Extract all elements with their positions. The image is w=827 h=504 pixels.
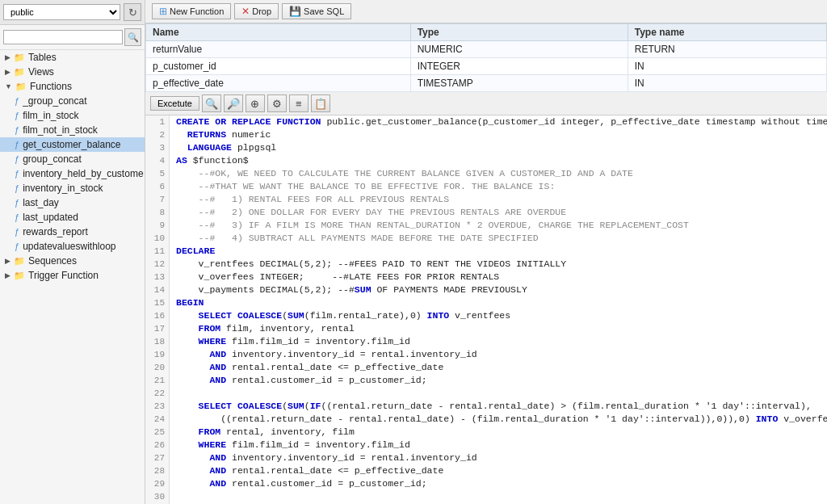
param-name: p_customer_id — [146, 58, 411, 75]
col-type-name: Type name — [628, 24, 826, 41]
col-name: Name — [146, 24, 411, 41]
line-content: v_payments DECIMAL(5,2); --#SUM OF PAYME… — [170, 284, 527, 296]
sidebar-item-group_concat[interactable]: ƒgroup_concat — [0, 152, 145, 166]
line-content: LANGUAGE plpgsql — [170, 141, 276, 154]
param-type-name: IN — [628, 58, 826, 75]
sidebar-item-_group_concat[interactable]: ƒ_group_concat — [0, 94, 145, 108]
sidebar-item-rewards_report[interactable]: ƒrewards_report — [0, 225, 145, 239]
line-content: FROM film, inventory, rental — [170, 322, 355, 335]
save-sql-button[interactable]: 💾 Save SQL — [282, 3, 351, 19]
line-number: 28 — [145, 464, 170, 477]
line-content: v_overfees INTEGER; --#LATE FEES FOR PRI… — [170, 271, 499, 284]
code-line: 4AS $function$ — [145, 154, 827, 167]
sidebar-item-last_day[interactable]: ƒlast_day — [0, 195, 145, 210]
code-line: 20 AND rental.rental_date <= p_effective… — [145, 361, 827, 374]
line-content: AND rental.rental_date <= p_effective_da… — [170, 464, 443, 477]
line-content: AND rental.customer_id = p_customer_id; — [170, 374, 427, 387]
line-number: 13 — [145, 271, 170, 284]
table-row: returnValue NUMERIC RETURN — [146, 41, 827, 58]
execute-button[interactable]: Excetute — [150, 96, 199, 111]
line-number: 7 — [145, 193, 170, 206]
sidebar-item-trigger_function[interactable]: ▶ 📁Trigger Function — [0, 268, 145, 283]
sidebar-item-inventory_in_stock[interactable]: ƒinventory_in_stock — [0, 181, 145, 195]
code-line: 29 AND rental.customer_id = p_customer_i… — [145, 477, 827, 490]
function-icon: ƒ — [15, 125, 19, 135]
format-button[interactable]: ⚙ — [267, 94, 287, 112]
code-line: 11DECLARE — [145, 245, 827, 258]
code-line: 25 FROM rental, inventory, film — [145, 426, 827, 439]
line-number: 18 — [145, 335, 170, 348]
line-number: 23 — [145, 400, 170, 413]
expand-arrow: ▶ — [5, 68, 10, 76]
settings-button[interactable]: ≡ — [289, 94, 309, 112]
folder-icon: 📁 — [14, 256, 25, 267]
line-content: AND rental.rental_date <= p_effective_da… — [170, 361, 443, 374]
code-line: 6 --#THAT WE WANT THE BALANCE TO BE EFFE… — [145, 180, 827, 193]
code-line: 9 --# 3) IF A FILM IS MORE THAN RENTAL_D… — [145, 219, 827, 232]
sidebar-item-film_in_stock[interactable]: ƒfilm_in_stock — [0, 108, 145, 123]
code-line: 2 RETURNS numeric — [145, 128, 827, 141]
sidebar-item-film_not_in_stock[interactable]: ƒfilm_not_in_stock — [0, 123, 145, 137]
sidebar-item-last_updated[interactable]: ƒlast_updated — [0, 210, 145, 225]
expand-arrow: ▶ — [5, 257, 10, 265]
search-input[interactable] — [3, 30, 123, 44]
line-number: 22 — [145, 387, 170, 400]
line-content: AND rental.customer_id = p_customer_id; — [170, 477, 427, 490]
main-panel: ⊞ New Function ✕ Drop 💾 Save SQL Name Ty… — [145, 0, 827, 504]
code-line: 22 — [145, 387, 827, 400]
folder-icon: 📁 — [14, 271, 25, 281]
tree-item-label: Sequences — [28, 255, 77, 267]
function-icon: ƒ — [15, 242, 19, 251]
line-number: 2 — [145, 128, 170, 141]
sidebar-item-sequences[interactable]: ▶ 📁Sequences — [0, 254, 145, 268]
line-content: SELECT COALESCE(SUM(film.rental_rate),0)… — [170, 309, 510, 322]
save-sql-label: Save SQL — [304, 6, 344, 16]
line-content: SELECT COALESCE(SUM(IF((rental.return_da… — [170, 400, 812, 413]
tree-item-label: last_day — [23, 197, 59, 208]
line-content: --# 1) RENTAL FEES FOR ALL PREVIOUS RENT… — [170, 193, 449, 206]
code-line: 18 WHERE film.film_id = inventory.film_i… — [145, 335, 827, 348]
code-toolbar: Excetute 🔍 🔎 ⊕ ⚙ ≡ 📋 — [145, 92, 827, 116]
param-name: p_effective_date — [146, 75, 411, 92]
line-content: WHERE film.film_id = inventory.film_id — [170, 439, 410, 452]
function-icon: ƒ — [15, 111, 19, 120]
line-number: 4 — [145, 154, 170, 167]
tree-item-label: Trigger Function — [28, 270, 99, 281]
zoom-out-button[interactable]: 🔎 — [224, 94, 243, 112]
copy-button[interactable]: 📋 — [311, 94, 330, 112]
line-number: 19 — [145, 348, 170, 361]
sidebar-header: public ↻ — [0, 0, 145, 25]
line-content: --# 3) IF A FILM IS MORE THAN RENTAL_DUR… — [170, 219, 689, 232]
refresh-button[interactable]: ↻ — [124, 3, 141, 21]
line-number: 15 — [145, 296, 170, 309]
line-content: AND inventory.inventory_id = rental.inve… — [170, 348, 477, 361]
drop-button[interactable]: ✕ Drop — [234, 3, 279, 19]
zoom-fit-button[interactable]: ⊕ — [246, 94, 265, 112]
line-number: 26 — [145, 439, 170, 452]
function-icon: ƒ — [15, 140, 19, 149]
table-row: p_effective_date TIMESTAMP IN — [146, 75, 827, 92]
sidebar-item-functions[interactable]: ▼ 📁Functions — [0, 79, 145, 94]
function-icon: ƒ — [15, 96, 19, 106]
sidebar-item-inventory_held_by_custome[interactable]: ƒinventory_held_by_custome — [0, 166, 145, 181]
new-function-button[interactable]: ⊞ New Function — [152, 3, 231, 19]
sidebar-item-views[interactable]: ▶ 📁Views — [0, 65, 145, 79]
line-number: 12 — [145, 258, 170, 271]
function-icon: ƒ — [15, 198, 19, 208]
schema-select[interactable]: public — [3, 4, 120, 20]
function-icon: ƒ — [15, 183, 19, 193]
sidebar-item-get_customer_balance[interactable]: ƒget_customer_balance — [0, 137, 145, 152]
zoom-in-button[interactable]: 🔍 — [202, 94, 221, 112]
save-sql-icon: 💾 — [289, 6, 301, 17]
line-content: AS $function$ — [170, 154, 249, 167]
tree-item-label: film_not_in_stock — [23, 124, 98, 136]
code-editor[interactable]: 1CREATE OR REPLACE FUNCTION public.get_c… — [145, 116, 827, 504]
code-line: 21 AND rental.customer_id = p_customer_i… — [145, 374, 827, 387]
search-button[interactable]: 🔍 — [124, 28, 141, 46]
line-content: --#THAT WE WANT THE BALANCE TO BE EFFECT… — [170, 180, 555, 193]
line-number: 9 — [145, 219, 170, 232]
sidebar-item-tables[interactable]: ▶ 📁Tables — [0, 50, 145, 65]
param-type: TIMESTAMP — [410, 75, 628, 92]
line-number: 6 — [145, 180, 170, 193]
sidebar-item-updatevalueswithloop[interactable]: ƒupdatevalueswithloop — [0, 239, 145, 254]
